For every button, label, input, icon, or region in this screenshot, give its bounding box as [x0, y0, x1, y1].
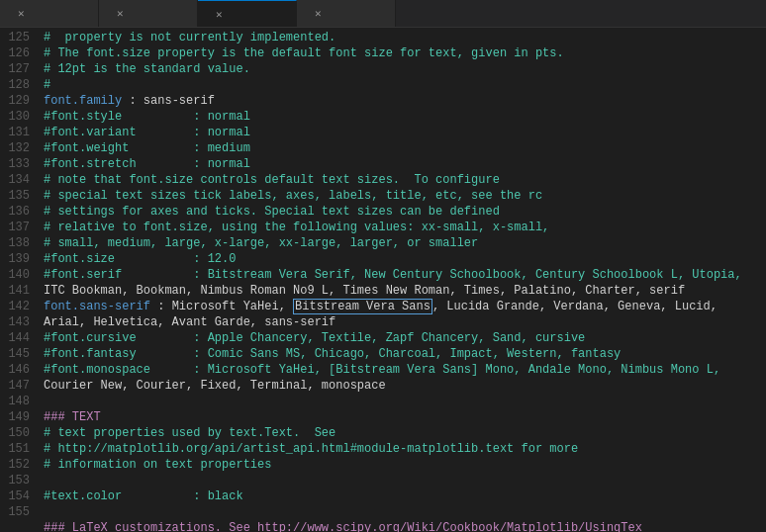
line-number: 127 [6, 61, 30, 77]
line-number: 128 [6, 77, 30, 93]
line-numbers: 1251261271281291301311321331341351361371… [0, 28, 38, 532]
code-line: # property is not currently implemented. [44, 30, 766, 45]
tab-parser-close[interactable]: ✕ [115, 6, 126, 21]
line-number: 142 [6, 299, 30, 314]
line-number: 150 [6, 425, 30, 441]
line-number: 126 [6, 45, 30, 61]
code-line: # note that font.size controls default t… [44, 172, 766, 188]
tab-template-close[interactable]: ✕ [16, 6, 27, 21]
code-line: # small, medium, large, x-large, xx-larg… [44, 235, 766, 251]
editor-area: 1251261271281291301311321331341351361371… [0, 28, 766, 532]
code-line: #text.color : black [44, 488, 766, 504]
code-line: # [44, 77, 766, 93]
line-number: 125 [6, 30, 30, 45]
code-line: # The font.size property is the default … [44, 45, 766, 61]
code-line [44, 504, 766, 520]
line-number: 131 [6, 125, 30, 140]
line-number: 140 [6, 267, 30, 283]
code-line: Courier New, Courier, Fixed, Terminal, m… [44, 378, 766, 394]
tab-template[interactable]: ✕ [0, 0, 99, 27]
line-number: 153 [6, 473, 30, 488]
line-number: 129 [6, 93, 30, 109]
code-content[interactable]: # property is not currently implemented.… [38, 28, 766, 532]
code-line: # text properties used by text.Text. See [44, 425, 766, 441]
line-number: 133 [6, 156, 30, 172]
line-number: 136 [6, 204, 30, 220]
code-line: font.sans-serif : Microsoft YaHei, Bitst… [44, 299, 766, 314]
code-line: #font.fantasy : Comic Sans MS, Chicago, … [44, 346, 766, 362]
line-number: 137 [6, 220, 30, 235]
line-number: 154 [6, 488, 30, 504]
line-number: 139 [6, 251, 30, 267]
code-line [44, 473, 766, 488]
line-number: 132 [6, 140, 30, 156]
line-number: 149 [6, 409, 30, 425]
line-number: 151 [6, 441, 30, 457]
code-line: # information on text properties [44, 457, 766, 473]
code-line: ### TEXT [44, 409, 766, 425]
code-line: #font.variant : normal [44, 125, 766, 140]
code-line: #font.monospace : Microsoft YaHei, [Bits… [44, 362, 766, 378]
line-number: 143 [6, 314, 30, 330]
tab-bar: ✕ ✕ ✕ ✕ [0, 0, 766, 28]
line-number: 146 [6, 362, 30, 378]
tab-user-close[interactable]: ✕ [313, 6, 324, 21]
tab-parser[interactable]: ✕ [99, 0, 198, 27]
line-number: 155 [6, 504, 30, 520]
line-number: 138 [6, 235, 30, 251]
line-number: 148 [6, 394, 30, 409]
line-number: 145 [6, 346, 30, 362]
code-line: font.family : sans-serif [44, 93, 766, 109]
code-line: ITC Bookman, Bookman, Nimbus Roman No9 L… [44, 283, 766, 299]
code-line: #font.serif : Bitstream Vera Serif, New … [44, 267, 766, 283]
code-line: #font.style : normal [44, 109, 766, 125]
line-number: 141 [6, 283, 30, 299]
code-line: #font.cursive : Apple Chancery, Textile,… [44, 330, 766, 346]
code-line: #font.stretch : normal [44, 156, 766, 172]
code-line: ### LaTeX customizations. See http://www… [44, 520, 766, 532]
tab-user[interactable]: ✕ [297, 0, 396, 27]
code-line: # relative to font.size, using the follo… [44, 220, 766, 235]
code-line: # special text sizes tick labels, axes, … [44, 188, 766, 204]
line-number: 144 [6, 330, 30, 346]
line-number: 135 [6, 188, 30, 204]
code-line [44, 394, 766, 409]
code-line: # settings for axes and ticks. Special t… [44, 204, 766, 220]
code-line: #font.size : 12.0 [44, 251, 766, 267]
tab-matplotlib-close[interactable]: ✕ [214, 7, 225, 22]
code-line: # 12pt is the standard value. [44, 61, 766, 77]
tab-matplotlib[interactable]: ✕ [198, 0, 297, 27]
line-number: 130 [6, 109, 30, 125]
code-line: #font.weight : medium [44, 140, 766, 156]
code-line: # http://matplotlib.org/api/artist_api.h… [44, 441, 766, 457]
line-number: 152 [6, 457, 30, 473]
line-number: 134 [6, 172, 30, 188]
code-line: Arial, Helvetica, Avant Garde, sans-seri… [44, 314, 766, 330]
line-number: 147 [6, 378, 30, 394]
